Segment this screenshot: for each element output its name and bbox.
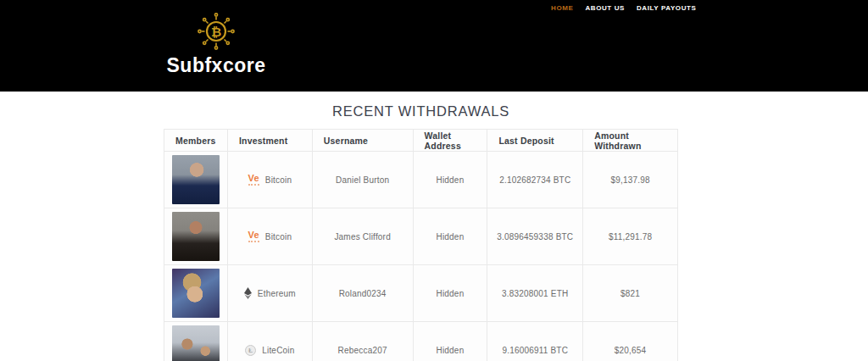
table-row: Ve Bitcoin James Clifford Hidden 3.08964… bbox=[164, 208, 678, 265]
brand-name: Subfxcore bbox=[166, 54, 266, 77]
amount-withdrawn-cell: $11,291.78 bbox=[583, 208, 678, 265]
col-header-members: Members bbox=[164, 130, 228, 152]
username-cell: Rebecca207 bbox=[312, 322, 413, 361]
ethereum-icon bbox=[244, 287, 252, 299]
member-photo bbox=[172, 155, 220, 204]
amount-withdrawn-cell: $821 bbox=[583, 265, 678, 322]
member-photo bbox=[172, 269, 220, 318]
member-photo bbox=[172, 325, 220, 361]
site-header: HOME ABOUT US DAILY PAYOUTS ₿ Subfxcore bbox=[0, 0, 868, 92]
nav-item-daily-payouts[interactable]: DAILY PAYOUTS bbox=[637, 4, 697, 12]
username-cell: Daniel Burton bbox=[312, 152, 413, 208]
wallet-address-cell: Hidden bbox=[413, 322, 487, 361]
table-row: Ve Bitcoin Daniel Burton Hidden 2.102682… bbox=[164, 152, 678, 208]
bitcoin-gear-icon: ₿ bbox=[195, 10, 237, 53]
username-cell: James Clifford bbox=[312, 208, 413, 265]
wallet-address-cell: Hidden bbox=[413, 265, 487, 322]
col-header-wallet-address: Wallet Address bbox=[413, 130, 487, 152]
col-header-last-deposit: Last Deposit bbox=[487, 130, 583, 152]
investment-label: Ethereum bbox=[258, 289, 296, 298]
amount-withdrawn-cell: $20,654 bbox=[583, 322, 678, 361]
username-cell: Roland0234 bbox=[312, 265, 413, 322]
col-header-investment: Investment bbox=[227, 130, 312, 152]
page-title: RECENT WITHDRAWALS bbox=[164, 103, 678, 119]
table-header-row: Members Investment Username Wallet Addre… bbox=[164, 130, 678, 152]
wallet-address-cell: Hidden bbox=[413, 152, 487, 208]
bitcoin-ve-icon: Ve bbox=[248, 230, 259, 242]
main-content: RECENT WITHDRAWALS Members Investment Us… bbox=[164, 103, 678, 361]
investment-label: LiteCoin bbox=[262, 346, 294, 355]
col-header-username: Username bbox=[312, 130, 413, 152]
amount-withdrawn-cell: $9,137.98 bbox=[583, 152, 678, 208]
member-photo bbox=[172, 212, 220, 261]
bitcoin-ve-icon: Ve bbox=[248, 174, 259, 186]
investment-label: Bitcoin bbox=[265, 175, 292, 185]
last-deposit-cell: 2.102682734 BTC bbox=[487, 152, 583, 208]
top-nav: HOME ABOUT US DAILY PAYOUTS bbox=[551, 4, 696, 12]
last-deposit-cell: 3.83208001 ETH bbox=[487, 265, 583, 322]
table-row: Ł LiteCoin Rebecca207 Hidden 9.16006911 … bbox=[164, 322, 678, 361]
table-row: Ethereum Roland0234 Hidden 3.83208001 ET… bbox=[164, 265, 678, 322]
investment-label: Bitcoin bbox=[265, 232, 292, 242]
svg-text:₿: ₿ bbox=[211, 25, 221, 40]
nav-item-about-us[interactable]: ABOUT US bbox=[585, 4, 625, 12]
withdrawals-table: Members Investment Username Wallet Addre… bbox=[164, 129, 678, 361]
last-deposit-cell: 9.16006911 BTC bbox=[487, 322, 583, 361]
litecoin-icon: Ł bbox=[245, 345, 256, 356]
wallet-address-cell: Hidden bbox=[413, 208, 487, 265]
last-deposit-cell: 3.0896459338 BTC bbox=[487, 208, 583, 265]
brand-logo[interactable]: ₿ Subfxcore bbox=[166, 10, 266, 77]
nav-item-home[interactable]: HOME bbox=[551, 4, 573, 12]
col-header-amount-withdrawn: Amount Withdrawn bbox=[583, 130, 678, 152]
